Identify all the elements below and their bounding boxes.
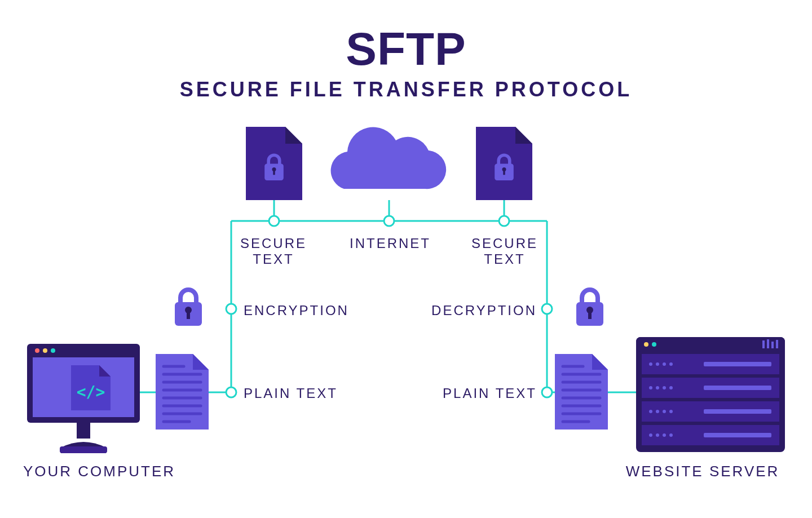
- svg-rect-43: [762, 340, 765, 348]
- svg-rect-49: [642, 401, 779, 422]
- secure-doc-right-icon: [476, 127, 532, 200]
- svg-point-58: [663, 386, 666, 389]
- svg-point-41: [644, 342, 648, 347]
- svg-rect-46: [776, 340, 778, 348]
- label-website-server: WEBSITE SERVER: [601, 463, 804, 480]
- svg-point-31: [35, 348, 39, 353]
- label-plain-text-left: PLAIN TEXT: [244, 386, 356, 401]
- svg-rect-70: [704, 433, 771, 437]
- svg-point-57: [656, 386, 659, 389]
- svg-point-61: [649, 410, 652, 413]
- plain-doc-right-icon: [555, 354, 608, 430]
- svg-marker-35: [99, 365, 111, 377]
- svg-rect-55: [704, 362, 771, 366]
- cloud-icon: [331, 127, 447, 189]
- svg-point-64: [669, 410, 673, 413]
- svg-rect-40: [636, 337, 785, 352]
- svg-rect-44: [767, 339, 769, 348]
- label-your-computer: YOUR COMPUTER: [15, 463, 184, 480]
- svg-rect-48: [642, 378, 779, 398]
- svg-rect-30: [33, 357, 134, 417]
- svg-point-42: [652, 342, 656, 347]
- label-encryption: ENCRYPTION: [244, 303, 356, 318]
- label-secure-text-right: SECURE TEXT: [468, 236, 541, 267]
- svg-point-56: [649, 386, 652, 389]
- lock-decryption-icon: [576, 287, 603, 326]
- svg-rect-29: [27, 344, 140, 423]
- label-plain-text-right: PLAIN TEXT: [424, 386, 537, 401]
- lock-encryption-icon: [175, 287, 202, 326]
- label-internet: INTERNET: [350, 236, 429, 251]
- svg-point-67: [656, 433, 659, 437]
- diagram-title: SFTP: [0, 23, 812, 76]
- plain-doc-left-icon: [156, 354, 209, 430]
- svg-point-32: [43, 348, 47, 353]
- computer-icon: </>: [27, 344, 140, 453]
- svg-point-33: [51, 348, 55, 353]
- svg-point-51: [649, 362, 652, 366]
- svg-marker-34: [71, 365, 111, 410]
- title-block: SFTP SECURE FILE TRANSFER PROTOCOL: [0, 0, 812, 101]
- diagram-subtitle: SECURE FILE TRANSFER PROTOCOL: [0, 78, 812, 101]
- svg-point-62: [656, 410, 659, 413]
- svg-point-54: [669, 362, 673, 366]
- svg-rect-37: [77, 423, 90, 439]
- svg-rect-65: [704, 409, 771, 414]
- svg-rect-38: [60, 446, 107, 453]
- svg-point-52: [656, 362, 659, 366]
- svg-text:</>: </>: [77, 383, 105, 401]
- svg-point-63: [663, 410, 666, 413]
- svg-point-68: [663, 433, 666, 437]
- server-icon: [636, 337, 785, 452]
- svg-rect-47: [642, 354, 779, 374]
- svg-point-53: [663, 362, 666, 366]
- svg-rect-60: [704, 386, 771, 390]
- svg-rect-39: [636, 337, 785, 452]
- svg-point-69: [669, 433, 673, 437]
- label-secure-text-left: SECURE TEXT: [237, 236, 310, 267]
- secure-doc-left-icon: [246, 127, 302, 200]
- label-decryption: DECRYPTION: [424, 303, 537, 318]
- svg-rect-50: [642, 425, 779, 445]
- svg-point-59: [669, 386, 673, 389]
- svg-rect-45: [771, 342, 774, 348]
- svg-point-66: [649, 433, 652, 437]
